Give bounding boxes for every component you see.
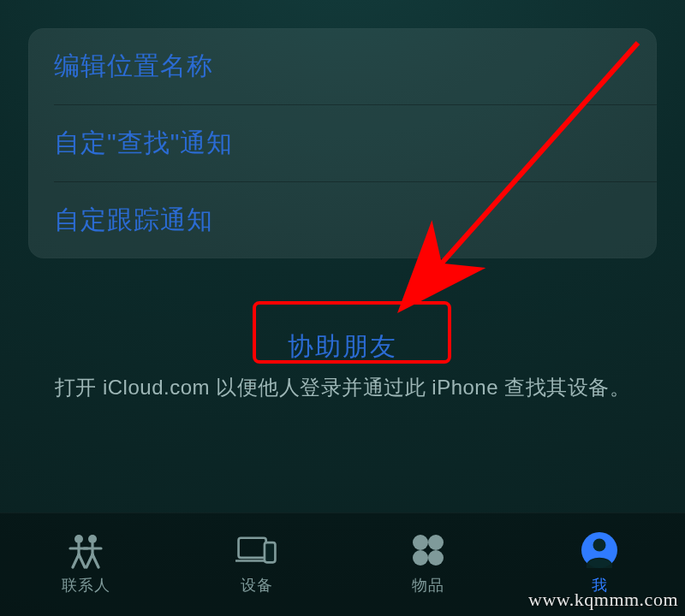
- person-circle-icon: [578, 529, 621, 572]
- svg-point-14: [413, 535, 428, 550]
- me-settings-group: 编辑位置名称 自定"查找"通知 自定跟踪通知: [28, 28, 657, 258]
- edit-location-name-row[interactable]: 编辑位置名称: [28, 28, 657, 104]
- items-icon: [407, 529, 450, 572]
- row-label: 自定跟踪通知: [54, 203, 213, 238]
- assist-friend-button[interactable]: 协助朋友: [288, 329, 397, 364]
- svg-line-7: [73, 554, 79, 567]
- devices-icon: [235, 529, 278, 572]
- tab-items[interactable]: 物品: [342, 513, 514, 616]
- row-label: 自定"查找"通知: [54, 126, 233, 161]
- tab-people[interactable]: 联系人: [0, 513, 171, 616]
- svg-rect-13: [265, 542, 276, 562]
- screen: 编辑位置名称 自定"查找"通知 自定跟踪通知 协助朋友 打开 iCloud.co…: [0, 0, 685, 616]
- svg-point-16: [413, 550, 428, 566]
- assist-friend-container: 协助朋友: [0, 329, 685, 364]
- svg-rect-11: [239, 538, 266, 558]
- people-icon: [64, 529, 107, 572]
- svg-line-10: [92, 554, 98, 567]
- watermark-text: www.kqmmm.com: [528, 589, 678, 611]
- svg-line-9: [86, 554, 92, 567]
- tab-label: 物品: [412, 575, 444, 595]
- customize-findmy-notifications-row[interactable]: 自定"查找"通知: [28, 105, 657, 181]
- customize-tracking-notifications-row[interactable]: 自定跟踪通知: [28, 182, 657, 258]
- tab-devices[interactable]: 设备: [171, 513, 342, 616]
- svg-point-22: [593, 539, 606, 552]
- tab-label: 联系人: [62, 575, 110, 595]
- svg-line-8: [79, 554, 85, 567]
- row-label: 编辑位置名称: [54, 49, 213, 84]
- svg-point-17: [428, 550, 444, 566]
- tab-label: 设备: [241, 575, 273, 595]
- assist-friend-hint: 打开 iCloud.com 以便他人登录并通过此 iPhone 查找其设备。: [0, 374, 685, 401]
- svg-point-15: [428, 535, 444, 550]
